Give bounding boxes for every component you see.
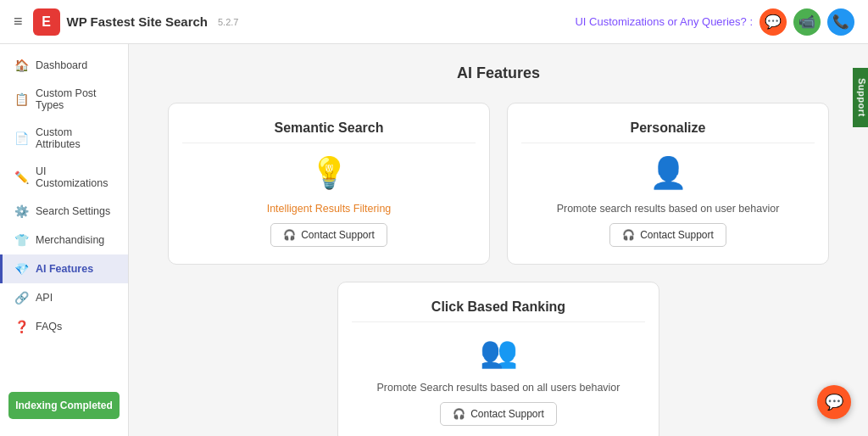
chat-icon-button[interactable]: 💬: [760, 8, 787, 36]
faqs-icon: ❓: [14, 320, 29, 333]
personalize-desc: Promote search results based on user beh…: [557, 203, 780, 215]
semantic-search-icon: 💡: [310, 155, 348, 191]
sidebar-item-ui-customizations[interactable]: ✏️ UI Customizations: [0, 158, 128, 197]
headset-icon: 🎧: [283, 229, 296, 241]
sidebar-footer: Indexing Completed: [0, 382, 128, 429]
sidebar-item-custom-attributes[interactable]: 📄 Custom Attributes: [0, 119, 128, 158]
phone-icon-button[interactable]: 📞: [827, 8, 854, 36]
home-icon: 🏠: [14, 59, 29, 72]
personalize-icon: 👤: [649, 155, 687, 191]
sidebar-item-ai-features[interactable]: 💎 AI Features: [0, 254, 128, 283]
semantic-search-desc: Intelligent Results Filtering: [267, 203, 392, 215]
click-based-ranking-card: Click Based Ranking 👥 Promote Search res…: [337, 282, 659, 436]
headset-icon-2: 🎧: [622, 229, 635, 241]
layout: 🏠 Dashboard 📋 Custom Post Types 📄 Custom…: [0, 44, 868, 436]
menu-icon[interactable]: ≡: [14, 13, 23, 31]
sidebar-item-merchandising[interactable]: 👕 Merchandising: [0, 226, 128, 254]
header-left: ≡ E WP Fastest Site Search 5.2.7: [14, 8, 238, 36]
semantic-search-contact-button[interactable]: 🎧 Contact Support: [270, 223, 387, 247]
sidebar-item-custom-post-types[interactable]: 📋 Custom Post Types: [0, 80, 128, 119]
support-tab[interactable]: Support: [853, 68, 868, 127]
logo: E: [33, 8, 60, 36]
personalize-contact-button[interactable]: 🎧 Contact Support: [609, 223, 726, 247]
post-types-icon: 📋: [14, 92, 29, 106]
sidebar-item-api[interactable]: 🔗 API: [0, 283, 128, 312]
click-ranking-icon: 👥: [480, 334, 518, 370]
page-title: AI Features: [149, 64, 848, 82]
click-ranking-title: Click Based Ranking: [352, 299, 645, 322]
attributes-icon: 📄: [14, 131, 29, 145]
sidebar-item-dashboard[interactable]: 🏠 Dashboard: [0, 51, 128, 80]
sidebar-item-search-settings[interactable]: ⚙️ Search Settings: [0, 197, 128, 226]
semantic-search-card: Semantic Search 💡 Intelligent Results Fi…: [168, 103, 490, 265]
click-ranking-desc: Promote Search results based on all user…: [377, 382, 620, 394]
click-ranking-card-wrapper: Click Based Ranking 👥 Promote Search res…: [168, 282, 829, 436]
semantic-search-title: Semantic Search: [182, 120, 476, 143]
feature-cards-grid: Semantic Search 💡 Intelligent Results Fi…: [168, 103, 829, 436]
indexing-completed-button[interactable]: Indexing Completed: [8, 392, 120, 419]
header-right: UI Customizations or Any Queries? : 💬 📹 …: [575, 8, 854, 36]
support-link[interactable]: UI Customizations or Any Queries? :: [575, 15, 753, 28]
sidebar-item-faqs[interactable]: ❓ FAQs: [0, 312, 128, 341]
headset-icon-3: 🎧: [453, 408, 465, 420]
app-title: WP Fastest Site Search: [67, 14, 208, 29]
app-version: 5.2.7: [218, 17, 238, 27]
sidebar: 🏠 Dashboard 📋 Custom Post Types 📄 Custom…: [0, 44, 129, 436]
click-ranking-contact-button[interactable]: 🎧 Contact Support: [440, 402, 557, 426]
main-content: AI Features Semantic Search 💡 Intelligen…: [129, 44, 868, 436]
header: ≡ E WP Fastest Site Search 5.2.7 UI Cust…: [0, 0, 868, 44]
personalize-title: Personalize: [521, 120, 815, 143]
click-ranking-card-inner: Click Based Ranking 👥 Promote Search res…: [337, 282, 659, 436]
chat-bubble-button[interactable]: 💬: [817, 385, 851, 419]
settings-icon: ⚙️: [14, 204, 29, 218]
merchandising-icon: 👕: [14, 233, 29, 247]
video-icon-button[interactable]: 📹: [793, 8, 821, 36]
api-icon: 🔗: [14, 291, 29, 305]
personalize-card: Personalize 👤 Promote search results bas…: [507, 103, 829, 265]
ai-features-icon: 💎: [14, 262, 29, 276]
ui-icon: ✏️: [14, 170, 29, 184]
